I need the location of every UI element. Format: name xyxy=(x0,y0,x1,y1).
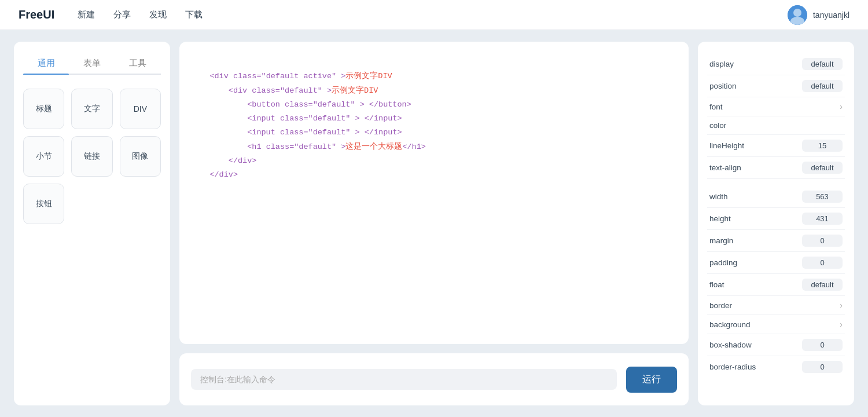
prop-background-label: background xyxy=(709,320,751,329)
user-area[interactable]: tanyuanjkl xyxy=(788,5,849,25)
prop-boxshadow-label: box-shadow xyxy=(709,341,752,349)
prop-lineheight-value[interactable]: 15 xyxy=(802,140,843,152)
prop-float: float default xyxy=(707,274,845,296)
prop-color: color xyxy=(707,116,845,135)
chevron-right-icon-bg[interactable]: › xyxy=(840,320,843,329)
prop-padding-value[interactable]: 0 xyxy=(802,257,843,269)
prop-margin-value[interactable]: 0 xyxy=(802,235,843,247)
component-image[interactable]: 图像 xyxy=(120,136,161,177)
left-panel: 通用 表单 工具 标题 文字 DIV 小节 链接 图像 按钮 xyxy=(14,42,170,405)
header: FreeUI 新建 分享 发现 下载 tanyuanjkl xyxy=(0,0,868,30)
prop-position: position default xyxy=(707,75,845,97)
prop-margin: margin 0 xyxy=(707,230,845,252)
avatar xyxy=(788,5,807,25)
code-editor[interactable]: <div class="default active" >示例文字DIV <di… xyxy=(191,56,677,196)
prop-background: background › xyxy=(707,315,845,334)
component-div[interactable]: DIV xyxy=(120,89,161,129)
prop-height: height 431 xyxy=(707,208,845,230)
console-panel: 运行 xyxy=(179,353,689,405)
component-text[interactable]: 文字 xyxy=(71,89,112,129)
prop-padding-label: padding xyxy=(709,258,737,267)
svg-point-1 xyxy=(793,9,801,17)
nav-item-download[interactable]: 下载 xyxy=(185,7,203,23)
prop-borderradius-label: border-radius xyxy=(709,363,756,371)
prop-display-value[interactable]: default xyxy=(802,58,843,70)
chevron-right-icon[interactable]: › xyxy=(840,102,843,111)
prop-lineheight: lineHeight 15 xyxy=(707,135,845,157)
nav: 新建 分享 发现 下载 xyxy=(78,7,788,23)
prop-borderradius: border-radius 0 xyxy=(707,356,845,378)
prop-borderradius-value[interactable]: 0 xyxy=(802,361,843,373)
prop-width: width 563 xyxy=(707,186,845,208)
prop-font-label: font xyxy=(709,103,723,111)
component-section[interactable]: 小节 xyxy=(23,136,64,177)
prop-textalign: text-align default xyxy=(707,157,845,179)
center-panel: <div class="default active" >示例文字DIV <di… xyxy=(179,42,689,405)
prop-float-value[interactable]: default xyxy=(802,279,843,291)
tab-tools[interactable]: 工具 xyxy=(115,53,161,74)
components-grid: 标题 文字 DIV 小节 链接 图像 按钮 xyxy=(23,89,161,224)
prop-boxshadow-value[interactable]: 0 xyxy=(802,339,843,351)
prop-boxshadow: box-shadow 0 xyxy=(707,334,845,356)
prop-position-label: position xyxy=(709,82,737,90)
tabs-row: 通用 表单 工具 xyxy=(23,53,161,75)
prop-display: display default xyxy=(707,53,845,75)
prop-float-label: float xyxy=(709,280,724,289)
nav-item-new[interactable]: 新建 xyxy=(78,7,95,23)
component-link[interactable]: 链接 xyxy=(71,136,112,177)
component-button[interactable]: 按钮 xyxy=(23,184,64,224)
prop-border-label: border xyxy=(709,301,732,310)
prop-margin-label: margin xyxy=(709,236,733,245)
prop-padding: padding 0 xyxy=(707,252,845,274)
logo: FreeUI xyxy=(19,8,54,21)
prop-width-label: width xyxy=(709,192,728,201)
prop-color-label: color xyxy=(709,121,726,130)
prop-height-label: height xyxy=(709,214,731,223)
main-layout: 通用 表单 工具 标题 文字 DIV 小节 链接 图像 按钮 <div clas… xyxy=(0,30,868,417)
code-panel: <div class="default active" >示例文字DIV <di… xyxy=(179,42,689,344)
prop-textalign-label: text-align xyxy=(709,163,741,172)
tab-form[interactable]: 表单 xyxy=(69,53,115,74)
nav-item-discover[interactable]: 发现 xyxy=(149,7,167,23)
prop-textalign-value[interactable]: default xyxy=(802,162,843,174)
prop-height-value[interactable]: 431 xyxy=(802,213,843,225)
prop-border: border › xyxy=(707,296,845,315)
prop-width-value[interactable]: 563 xyxy=(802,191,843,203)
tab-general[interactable]: 通用 xyxy=(23,53,69,74)
console-input[interactable] xyxy=(191,369,617,390)
component-title[interactable]: 标题 xyxy=(23,89,64,129)
prop-display-label: display xyxy=(709,60,734,68)
chevron-right-icon-border[interactable]: › xyxy=(840,301,843,310)
nav-item-share[interactable]: 分享 xyxy=(113,7,131,23)
run-button[interactable]: 运行 xyxy=(626,367,677,393)
prop-lineheight-label: lineHeight xyxy=(709,141,744,150)
username: tanyuanjkl xyxy=(813,10,849,20)
right-panel: display default position default font › … xyxy=(698,42,854,405)
prop-font: font › xyxy=(707,97,845,116)
prop-position-value[interactable]: default xyxy=(802,80,843,92)
